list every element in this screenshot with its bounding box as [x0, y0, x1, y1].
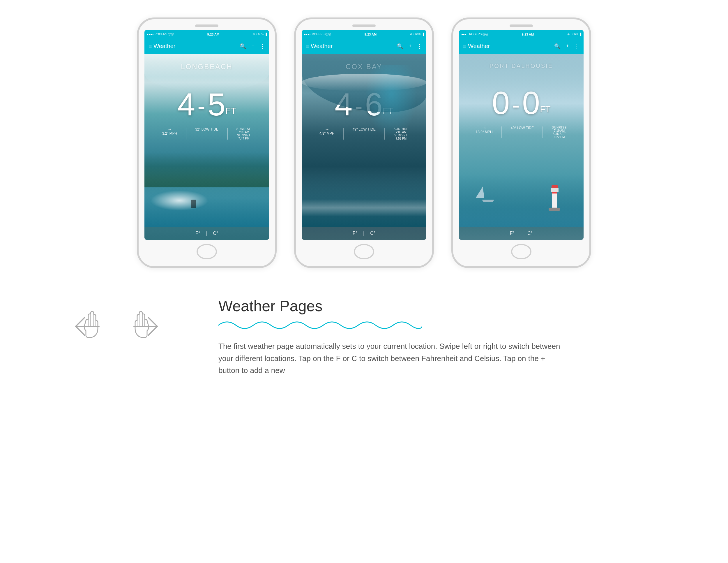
temp-f-2[interactable]: F°	[353, 231, 357, 236]
battery-2: ⊕ ↑ 66% ▐	[410, 33, 424, 36]
temp-sep-3: |	[520, 231, 522, 236]
gesture-area	[44, 297, 189, 350]
nav-bar-2: ≡ Weather 🔍 + ⋮	[302, 39, 426, 54]
time-1: 9:23 AM	[207, 33, 219, 36]
app-title-3: ≡ Weather	[463, 43, 549, 50]
phone-speaker-3	[510, 24, 533, 27]
tide-3: 40° LOW TIDE	[511, 126, 534, 130]
status-bar-2: ●●●○ ROGERS ⓈⓌ 9:23 AM ⊕ ↑ 66% ▐	[302, 30, 426, 39]
home-btn-1[interactable]	[197, 244, 217, 259]
more-icon-1[interactable]: ⋮	[260, 43, 265, 50]
battery-1: ⊕ ↑ 66% ▐	[253, 33, 267, 36]
carrier-3: ●●●○ ROGERS ⓈⓌ	[461, 32, 488, 36]
section-body: The first weather page automatically set…	[218, 340, 568, 377]
wind-block-2: ⇢ 4.9° MPH	[319, 127, 334, 140]
bottom-bar-3: F° | C°	[459, 227, 584, 240]
temp-c-3[interactable]: C°	[527, 231, 533, 236]
search-icon-2[interactable]: 🔍	[397, 43, 403, 50]
bg-coxbay: ●●●○ ROGERS ⓈⓌ 9:23 AM ⊕ ↑ 66% ▐ ≡ Weath…	[302, 30, 426, 240]
sun-block-3: SUNRISE 7:19 AM SUNSET 8:22 PM	[552, 126, 567, 139]
wave-decoration	[218, 320, 684, 332]
bg-port: ●●●○ ROGERS ⓈⓌ 9:23 AM ⊕ ↑ 66% ▐ ≡ Weath…	[459, 30, 584, 240]
swipe-right-gesture	[125, 303, 163, 350]
bottom-section: Weather Pages The first weather page aut…	[0, 297, 728, 377]
wave-dash-1: -	[197, 92, 205, 120]
sunset-time-1: 7:47 PM	[238, 137, 249, 140]
wave-height-1: 4 - 5 FT	[144, 88, 269, 120]
tide-1: 32° LOW TIDE	[195, 127, 218, 131]
phone-coxbay: ●●●○ ROGERS ⓈⓌ 9:23 AM ⊕ ↑ 66% ▐ ≡ Weath…	[294, 17, 434, 268]
wave-unit-3: FT	[540, 104, 551, 114]
temp-c-1[interactable]: C°	[213, 231, 218, 236]
carrier-2: ●●●○ ROGERS ⓈⓌ	[304, 32, 331, 36]
more-icon-3[interactable]: ⋮	[574, 43, 579, 50]
wind-speed-1: 3.2° MPH	[162, 131, 177, 135]
tide-block-1: 32° LOW TIDE	[195, 127, 218, 140]
carrier-1: ●●●○ ROGERS ⓈⓌ	[147, 32, 174, 36]
wave-unit-1: FT	[225, 106, 236, 116]
weather-details-1: ⇢ 3.2° MPH 32° LOW TIDE SUNRISE 7:09 AM	[144, 127, 269, 140]
sunrise-time-1: 7:09 AM	[238, 130, 249, 134]
screen-longbeach: ●●●○ ROGERS ⓈⓌ 9:23 AM ⊕ ↑ 66% ▐ ≡ Weath…	[144, 30, 269, 240]
section-title: Weather Pages	[218, 297, 684, 315]
weather-details-3: ⇢ 18.9° MPH 40° LOW TIDE SUNRISE 7:19 AM	[459, 126, 584, 139]
battery-3: ⊕ ↑ 66% ▐	[567, 33, 581, 36]
status-bar-3: ●●●○ ROGERS ⓈⓌ 9:23 AM ⊕ ↑ 66% ▐	[459, 30, 584, 39]
sunrise-time-3: 7:19 AM	[554, 129, 565, 132]
page-container: ●●●○ ROGERS ⓈⓌ 9:23 AM ⊕ ↑ 66% ▐ ≡ Weath…	[0, 0, 728, 563]
add-icon-1[interactable]: +	[251, 43, 255, 49]
phone-speaker-2	[352, 24, 376, 27]
phone-portdalhousie: ●●●○ ROGERS ⓈⓌ 9:23 AM ⊕ ↑ 66% ▐ ≡ Weath…	[451, 17, 591, 268]
home-btn-2[interactable]	[354, 244, 374, 259]
wind-block-3: ⇢ 18.9° MPH	[476, 126, 493, 139]
search-icon-3[interactable]: 🔍	[554, 43, 561, 50]
temp-f-1[interactable]: F°	[195, 231, 200, 236]
wind-block-1: ⇢ 3.2° MPH	[162, 127, 177, 140]
sunset-label-3: SUNSET	[552, 132, 566, 135]
screen-port: ●●●○ ROGERS ⓈⓌ 9:23 AM ⊕ ↑ 66% ▐ ≡ Weath…	[459, 30, 584, 240]
temp-c-2[interactable]: C°	[370, 231, 375, 236]
more-icon-2[interactable]: ⋮	[417, 43, 422, 50]
swipe-left-gesture	[70, 303, 108, 350]
wind-speed-3: 18.9° MPH	[476, 130, 493, 134]
add-icon-2[interactable]: +	[409, 43, 412, 49]
phones-row: ●●●○ ROGERS ⓈⓌ 9:23 AM ⊕ ↑ 66% ▐ ≡ Weath…	[137, 17, 591, 268]
bottom-bar-2: F° | C°	[302, 227, 426, 240]
temp-sep-1: |	[206, 231, 207, 236]
sunset-label-1: SUNSET	[237, 134, 251, 137]
time-3: 9:23 AM	[522, 33, 534, 36]
nav-bar-1: ≡ Weather 🔍 + ⋮	[144, 39, 269, 54]
wave-low-1: 4	[177, 88, 195, 120]
status-bar-1: ●●●○ ROGERS ⓈⓌ 9:23 AM ⊕ ↑ 66% ▐	[144, 30, 269, 39]
search-icon-1[interactable]: 🔍	[240, 43, 246, 50]
nav-bar-3: ≡ Weather 🔍 + ⋮	[459, 39, 584, 54]
divider-3	[343, 128, 344, 140]
tide-block-3: 40° LOW TIDE	[511, 126, 534, 139]
temp-sep-2: |	[363, 231, 364, 236]
text-area: Weather Pages The first weather page aut…	[218, 297, 684, 377]
add-icon-3[interactable]: +	[566, 43, 569, 49]
sunrise-label-3: SUNRISE	[552, 126, 567, 129]
sunrise-label-1: SUNRISE	[236, 127, 251, 130]
phone-longbeach: ●●●○ ROGERS ⓈⓌ 9:23 AM ⊕ ↑ 66% ▐ ≡ Weath…	[137, 17, 277, 268]
phone-speaker-1	[195, 24, 218, 27]
wind-speed-2: 4.9° MPH	[319, 131, 334, 135]
bg-longbeach: ●●●○ ROGERS ⓈⓌ 9:23 AM ⊕ ↑ 66% ▐ ≡ Weath…	[144, 30, 269, 240]
sunset-time-3: 8:22 PM	[554, 135, 565, 139]
divider-1	[186, 128, 186, 140]
divider-5	[501, 126, 502, 138]
divider-2	[227, 128, 228, 140]
temp-f-3[interactable]: F°	[510, 231, 515, 236]
wave-divider	[218, 320, 422, 331]
app-title-2: ≡ Weather	[306, 43, 392, 50]
bottom-bar-1: F° | C°	[144, 227, 269, 240]
home-btn-3[interactable]	[511, 244, 531, 259]
sun-block-1: SUNRISE 7:09 AM SUNSET 7:47 PM	[236, 127, 251, 140]
wave-high-1: 5	[208, 88, 225, 120]
screen-coxbay: ●●●○ ROGERS ⓈⓌ 9:23 AM ⊕ ↑ 66% ▐ ≡ Weath…	[302, 30, 426, 240]
divider-6	[543, 126, 543, 138]
app-title-1: ≡ Weather	[149, 43, 234, 50]
time-2: 9:23 AM	[364, 33, 377, 36]
